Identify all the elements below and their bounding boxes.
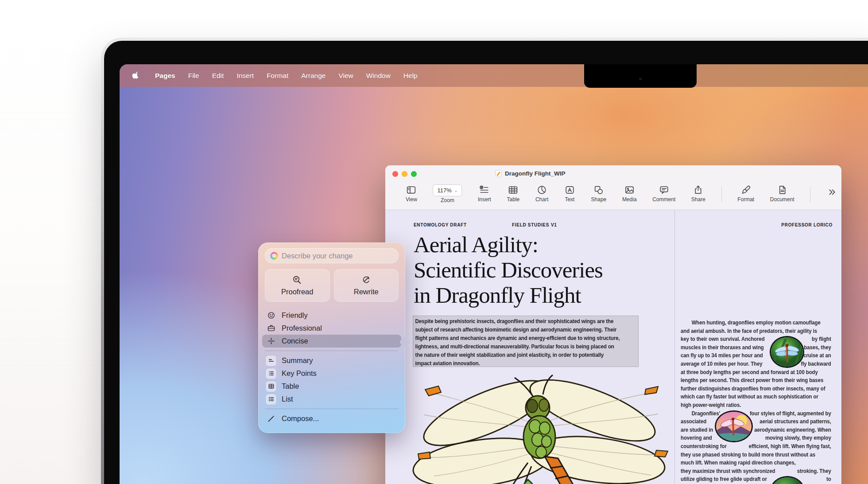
right-column-text: When hunting, dragonflies employ motion … (681, 319, 831, 484)
toolbar-document[interactable]: Document (770, 184, 794, 203)
writing-tools-option-list[interactable]: List (262, 393, 401, 406)
writing-tools-option-professional[interactable]: Professional (262, 322, 401, 335)
selected-paragraph: Despite being prehistoric insects, drago… (413, 316, 616, 367)
toolbar-label-zoom: Zoom (441, 197, 454, 203)
toolbar-label-share: Share (691, 196, 705, 203)
toolbar-items: View117%⌄ZoomInsertTableChartTextShapeMe… (406, 184, 837, 203)
proofread-label: Proofread (281, 288, 313, 296)
toolbar-table[interactable]: Table (507, 184, 520, 203)
comment-icon (659, 184, 670, 195)
format-icon (740, 184, 752, 195)
shape-icon (593, 184, 604, 195)
menu-bar-items: PagesFileEditInsertFormatArrangeViewWind… (120, 71, 418, 80)
rewrite-button[interactable]: Rewrite (334, 269, 399, 302)
toolbar-format[interactable]: Format (737, 184, 754, 203)
toolbar-view[interactable]: View (406, 184, 417, 203)
toolbar-share[interactable]: Share (691, 184, 705, 203)
document-canvas[interactable]: ENTOMOLOGY DRAFT FIELD STUDIES V1 PROFES… (385, 210, 841, 484)
friendly-icon (266, 311, 276, 320)
text-line: muscles in their thoraxes and wingbases,… (681, 344, 831, 352)
menu-item-edit[interactable]: Edit (212, 72, 224, 80)
rewrite-icon (361, 275, 372, 285)
view-icon (406, 184, 417, 195)
toolbar-chart[interactable]: Chart (535, 184, 548, 203)
macbook-chassis: PagesFileEditInsertFormatArrangeViewWind… (101, 38, 868, 484)
selected-text-region[interactable]: Despite being prehistoric insects, drago… (413, 316, 639, 367)
more-icon (826, 187, 837, 198)
desktop-wallpaper: PagesFileEditInsertFormatArrangeViewWind… (120, 64, 868, 484)
toolbar-comment[interactable]: Comment (652, 184, 675, 203)
toolbar: View117%⌄ZoomInsertTableChartTextShapeMe… (385, 183, 841, 210)
product-page-background: PagesFileEditInsertFormatArrangeViewWind… (0, 0, 868, 484)
text-line: can fly up to 34 miles per hour andcruis… (681, 352, 831, 360)
writing-tools-option-table[interactable]: Table (262, 380, 401, 393)
menu-bar: PagesFileEditInsertFormatArrangeViewWind… (120, 64, 868, 87)
writing-tools-option-friendly[interactable]: Friendly (262, 309, 401, 322)
toolbar-insert[interactable]: Insert (478, 184, 491, 203)
rewrite-label: Rewrite (354, 288, 379, 296)
text-line: high power-weight ratios. (681, 402, 831, 410)
professional-icon (266, 324, 276, 333)
dragonfly-sunset-photo (715, 410, 753, 442)
menu-item-help[interactable]: Help (403, 72, 418, 80)
toolbar-label-document: Document (770, 196, 794, 203)
text-line: lengths per second. This direct power fr… (681, 377, 831, 385)
window-title: Dragonfly Flight_WIP (495, 170, 566, 177)
table-icon (508, 184, 519, 195)
option-label: Compose... (282, 414, 319, 423)
writing-tools-option-summary[interactable]: Summary (262, 354, 401, 367)
option-label: Concise (282, 337, 308, 345)
menu-item-arrange[interactable]: Arrange (301, 72, 326, 80)
menu-item-window[interactable]: Window (366, 72, 391, 80)
toolbar-media[interactable]: Media (622, 184, 637, 203)
text-line: are studied inaerodynamic engineering. W… (681, 426, 831, 435)
text-line: When hunting, dragonflies employ motion … (681, 319, 831, 328)
text-line: average of 10 miles per hour. Theyfly ba… (681, 360, 831, 369)
menu-item-insert[interactable]: Insert (236, 72, 254, 80)
window-title-bar[interactable]: Dragonfly Flight_WIP (385, 165, 841, 183)
writing-tools-option-compose[interactable]: Compose... (262, 412, 401, 425)
bullet-list-icon (266, 394, 276, 405)
dragonfly-perched-photo (770, 336, 804, 368)
apple-icon[interactable] (132, 71, 140, 80)
option-label: List (282, 395, 293, 403)
kicker-field-studies: FIELD STUDIES (512, 222, 549, 227)
menu-item-format[interactable]: Format (267, 72, 288, 80)
zoom-value: 117% (437, 187, 451, 194)
close-button[interactable] (392, 171, 398, 177)
writing-tools-option-concise[interactable]: Concise (262, 335, 401, 347)
toolbar-label-text: Text (565, 196, 574, 203)
toolbar-label-table: Table (507, 196, 520, 203)
text-line: counterstroking forefficient, high lift.… (681, 443, 831, 451)
describe-change-input[interactable]: Describe your change (265, 248, 399, 263)
proofread-button[interactable]: Proofread (265, 269, 330, 302)
option-label: Professional (282, 324, 322, 332)
option-label: Key Points (282, 369, 317, 378)
toolbar-divider (810, 187, 810, 202)
media-icon (624, 184, 635, 195)
macbook-bezel: PagesFileEditInsertFormatArrangeViewWind… (104, 41, 868, 484)
pages-window: Dragonfly Flight_WIP View117%⌄ZoomInsert… (385, 165, 841, 484)
text-line: they maximize thrust with synchronizedst… (681, 468, 831, 476)
writing-tools-popup: Describe your change ProofreadRewrite Fr… (258, 242, 405, 433)
input-placeholder: Describe your change (282, 252, 353, 260)
toolbar-text[interactable]: Text (564, 184, 575, 203)
menu-item-file[interactable]: File (188, 72, 199, 80)
toolbar-more-button[interactable] (826, 184, 837, 198)
kicker-entomology-draft: ENTOMOLOGY DRAFT (414, 222, 467, 227)
toolbar-label-shape: Shape (591, 196, 607, 203)
writing-tools-option-key-points[interactable]: Key Points (262, 367, 401, 380)
text-line: key to their own survival. Anchoredby fl… (681, 336, 831, 344)
minimize-button[interactable] (402, 171, 407, 177)
toolbar-zoom[interactable]: 117%⌄Zoom (433, 184, 462, 203)
menu-item-pages[interactable]: Pages (155, 72, 175, 80)
key-points-icon (266, 368, 276, 379)
toolbar-label-insert: Insert (478, 196, 491, 203)
option-label: Table (282, 382, 299, 390)
menu-item-view[interactable]: View (338, 72, 353, 80)
zoom-button[interactable] (411, 171, 417, 177)
toolbar-shape[interactable]: Shape (591, 184, 607, 203)
text-line: much lift. When making rapid direction c… (681, 459, 831, 468)
toolbar-label-format: Format (737, 196, 754, 203)
zoom-dropdown[interactable]: 117%⌄ (433, 184, 462, 196)
